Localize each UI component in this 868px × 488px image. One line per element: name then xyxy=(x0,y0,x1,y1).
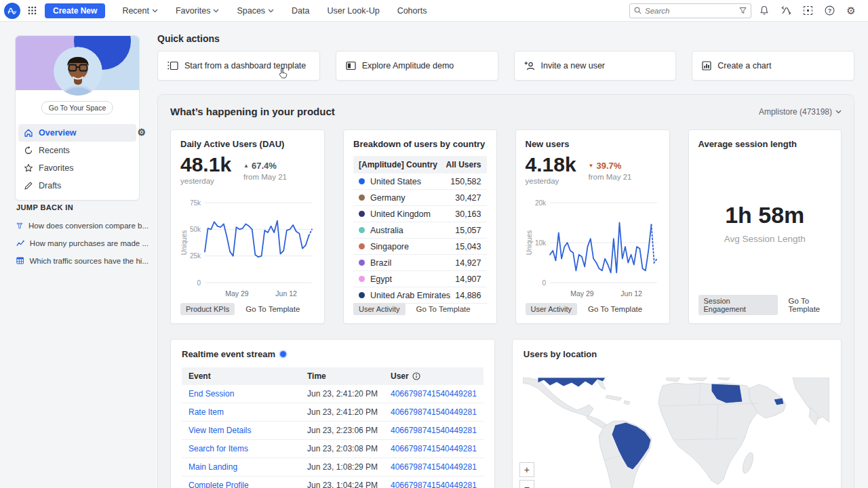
nav-recent[interactable]: Recent xyxy=(115,0,165,22)
new-users-line-chart[interactable]: 20k10k0UniquesMay 29Jun 12 xyxy=(526,195,661,302)
chevron-down-icon xyxy=(213,9,219,13)
home-icon xyxy=(24,128,33,138)
search-box[interactable] xyxy=(629,3,751,18)
country-name: United Arab Emirates xyxy=(370,291,450,300)
event-link[interactable]: End Session xyxy=(189,389,234,399)
notifications-bell-icon[interactable] xyxy=(755,2,773,20)
dau-title: Daily Active Users (DAU) xyxy=(180,139,315,149)
create-new-button[interactable]: Create New xyxy=(45,3,105,18)
profile-card: Go To Your Space Overview ⚙ Recents Favo… xyxy=(15,35,140,201)
chevron-down-icon xyxy=(268,9,274,13)
country-tag[interactable]: User Activity xyxy=(353,303,406,315)
live-indicator-icon xyxy=(280,351,286,357)
map-title: Users by location xyxy=(524,349,830,359)
amplitude-dashboard: Create New Recent Favorites Spaces Data … xyxy=(0,0,868,488)
journeys-path-icon[interactable] xyxy=(777,2,795,20)
table-row[interactable]: United States150,582 xyxy=(353,174,487,190)
user-id-link[interactable]: 4066798741540449281 xyxy=(391,389,477,399)
sidebar-item-overview[interactable]: Overview ⚙ xyxy=(18,124,136,142)
svg-text:75k: 75k xyxy=(190,199,201,207)
country-go-to-template-link[interactable]: Go To Template xyxy=(416,305,471,313)
map-united-states xyxy=(538,378,606,387)
event-link[interactable]: View Item Details xyxy=(189,426,251,435)
table-row[interactable]: United Arab Emirates14,886 xyxy=(353,287,487,304)
event-stream-card: Realtime event stream Event Time User xyxy=(170,339,495,488)
user-id-link[interactable]: 4066798741540449281 xyxy=(391,407,477,417)
svg-text:?: ? xyxy=(827,7,831,14)
country-title: Breakdown of users by country xyxy=(353,139,487,149)
country-name: Egypt xyxy=(370,274,392,284)
nav-cohorts[interactable]: Cohorts xyxy=(390,0,435,22)
quick-action-dashboard-template[interactable]: Start from a dashboard template xyxy=(157,51,320,81)
event-row: Main LandingJun 23, 1:08:29 PM4066798741… xyxy=(182,458,484,476)
event-link[interactable]: Main Landing xyxy=(189,462,237,472)
svg-text:May 29: May 29 xyxy=(570,289,594,298)
table-row[interactable]: Singapore15,043 xyxy=(353,239,487,255)
user-id-link[interactable]: 4066798741540449281 xyxy=(391,426,477,435)
star-icon xyxy=(24,163,33,173)
main-content: Quick actions Start from a dashboard tem… xyxy=(157,22,854,488)
svg-text:Uniques: Uniques xyxy=(180,230,188,256)
world-map[interactable] xyxy=(523,378,829,488)
apps-grid-icon[interactable] xyxy=(24,3,39,18)
new-users-go-to-template-link[interactable]: Go To Template xyxy=(588,305,642,313)
info-icon[interactable] xyxy=(412,372,420,380)
amplitude-logo[interactable] xyxy=(4,3,20,19)
jump-item-purchases[interactable]: How many purchases are made ... xyxy=(16,239,149,247)
country-users-value: 30,163 xyxy=(455,209,481,219)
nav-user-lookup[interactable]: User Look-Up xyxy=(320,0,387,22)
project-picker[interactable]: Amplistore (473198) xyxy=(759,107,842,117)
help-icon[interactable]: ? xyxy=(821,2,838,20)
svg-text:0: 0 xyxy=(542,279,546,287)
overview-settings-gear-icon[interactable]: ⚙ xyxy=(137,127,146,137)
table-row[interactable]: United Kingdom30,163 xyxy=(353,206,487,222)
table-row[interactable]: Germany30,427 xyxy=(353,190,487,206)
jump-item-traffic-sources[interactable]: Which traffic sources have the hi... xyxy=(16,256,149,265)
avatar[interactable] xyxy=(54,47,102,96)
sidebar-item-favorites[interactable]: Favorites xyxy=(18,159,136,177)
sidebar-item-recents[interactable]: Recents xyxy=(18,142,136,159)
country-col-header: [Amplitude] Country xyxy=(359,160,437,169)
jump-item-conversion[interactable]: How does conversion compare b... xyxy=(16,221,149,230)
dau-tag[interactable]: Product KPIs xyxy=(180,303,235,315)
event-link[interactable]: Search for Items xyxy=(189,444,248,453)
event-time: Jun 23, 1:04:24 PM xyxy=(307,481,391,488)
demo-window-icon xyxy=(346,61,356,70)
dau-go-to-template-link[interactable]: Go To Template xyxy=(245,305,300,313)
settings-gear-icon[interactable]: ⚙ xyxy=(842,2,860,20)
go-to-your-space-button[interactable]: Go To Your Space xyxy=(41,101,113,115)
dau-line-chart[interactable]: 75k50k25k0UniquesMay 29Jun 12 xyxy=(180,195,316,302)
table-row[interactable]: Egypt14,907 xyxy=(353,271,487,287)
search-input[interactable] xyxy=(645,7,736,15)
event-link[interactable]: Complete Profile xyxy=(189,481,249,488)
user-col-header: User xyxy=(391,371,477,381)
sidebar-item-drafts[interactable]: Drafts xyxy=(18,177,136,195)
table-row[interactable]: Australia15,057 xyxy=(353,222,487,239)
filter-funnel-icon[interactable] xyxy=(739,7,747,14)
nav-favorites[interactable]: Favorites xyxy=(168,0,226,22)
nav-data[interactable]: Data xyxy=(284,0,317,22)
user-id-link[interactable]: 4066798741540449281 xyxy=(391,444,477,453)
user-id-link[interactable]: 4066798741540449281 xyxy=(391,481,477,488)
map-zoom-in-button[interactable]: + xyxy=(519,462,534,477)
nav-spaces[interactable]: Spaces xyxy=(229,0,281,22)
quick-action-invite-user[interactable]: Invite a new user xyxy=(514,51,677,81)
user-id-link[interactable]: 4066798741540449281 xyxy=(391,462,477,472)
quick-action-create-chart[interactable]: Create a chart xyxy=(692,51,854,81)
quick-action-explore-demo[interactable]: Explore Amplitude demo xyxy=(336,51,498,81)
map-zoom-out-button[interactable]: − xyxy=(519,480,534,488)
session-tag[interactable]: Session Engagement xyxy=(698,295,778,315)
session-go-to-template-link[interactable]: Go To Template xyxy=(789,297,841,313)
select-region-icon[interactable] xyxy=(799,2,816,20)
country-users-value: 15,057 xyxy=(455,226,481,235)
event-stream-title: Realtime event stream xyxy=(182,349,275,359)
amplitude-logo-glyph xyxy=(7,5,18,16)
whats-happening-panel: What’s happening in your product Amplist… xyxy=(157,94,854,488)
country-users-value: 14,927 xyxy=(455,258,481,268)
table-row[interactable]: Brazil14,927 xyxy=(353,255,487,271)
top-nav: Create New Recent Favorites Spaces Data … xyxy=(0,0,868,22)
event-link[interactable]: Rate Item xyxy=(189,407,224,417)
invite-user-icon xyxy=(524,61,535,70)
new-users-tag[interactable]: User Activity xyxy=(526,303,578,315)
country-color-dot xyxy=(359,227,365,233)
